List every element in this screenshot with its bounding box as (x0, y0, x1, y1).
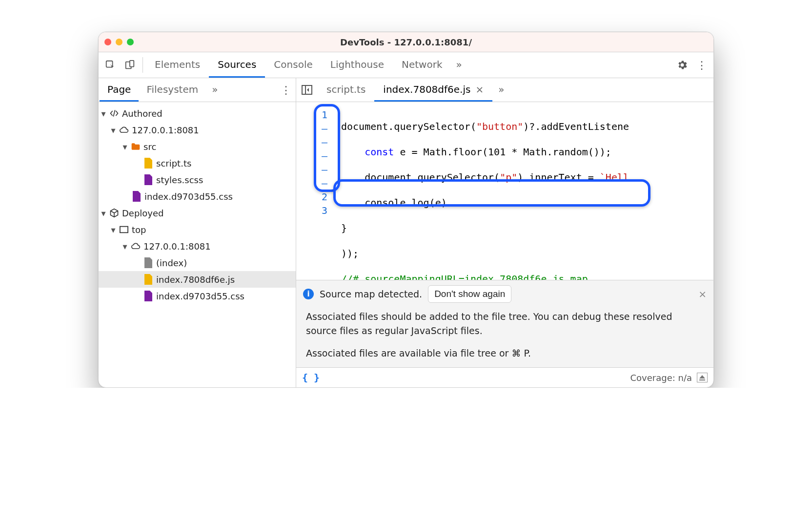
file-tab[interactable]: script.ts (318, 78, 374, 102)
tree-label: Deployed (122, 208, 164, 218)
navigator-tab-bar: Page Filesystem » ⋮ (99, 78, 296, 102)
navigator-tabs-overflow[interactable]: » (206, 78, 223, 102)
info-line: Associated files should be added to the … (306, 310, 704, 338)
tab-label: Lighthouse (330, 59, 384, 70)
gutter-line: – (296, 135, 327, 149)
tree-file[interactable]: index.d9703d55.css (99, 288, 296, 304)
tree-host[interactable]: 127.0.0.1:8081 (99, 238, 296, 254)
folder-icon (131, 142, 141, 151)
pretty-print-icon[interactable]: { } (302, 372, 320, 383)
disclosure-icon[interactable] (101, 108, 106, 119)
info-title: Source map detected. (320, 289, 422, 299)
editor-status-bar: { } Coverage: n/a (296, 367, 713, 387)
code-line: //# sourceMappingURL=index.7808df6e.js.m… (341, 272, 713, 280)
tree-label: 127.0.0.1:8081 (143, 241, 211, 252)
tree-label: src (143, 142, 156, 152)
sources-body: Page Filesystem » ⋮ Authored 127.0.0.1:8… (99, 78, 713, 387)
tab-label: Console (274, 59, 312, 70)
gutter-line: 1 (296, 108, 327, 122)
css-file-icon (143, 175, 153, 185)
css-file-icon (132, 191, 142, 201)
code-line: document.querySelector("p").innerText = … (341, 170, 713, 184)
tree-file[interactable]: (index) (99, 254, 296, 271)
dismiss-info-icon[interactable]: × (698, 288, 707, 300)
more-icon[interactable]: ⋮ (692, 52, 711, 78)
tree-file[interactable]: script.ts (99, 155, 296, 171)
code-editor[interactable]: 1 – – – – – 2 3 document.querySelector("… (296, 102, 713, 280)
tab-label: Sources (218, 59, 256, 70)
tree-top[interactable]: top (99, 221, 296, 238)
tree-label: index.7808df6e.js (156, 274, 235, 285)
tab-network[interactable]: Network (393, 52, 451, 78)
disclosure-icon[interactable] (110, 225, 116, 235)
tab-label: Filesystem (146, 84, 198, 95)
file-tabs-overflow[interactable]: » (492, 78, 510, 102)
close-tab-icon[interactable]: × (475, 84, 484, 95)
coverage-label: Coverage: n/a (630, 373, 692, 383)
tab-label: Elements (155, 59, 200, 70)
tree-group-deployed[interactable]: Deployed (99, 205, 296, 221)
window-title: DevTools - 127.0.0.1:8081/ (99, 37, 713, 47)
info-icon: i (303, 289, 314, 299)
dont-show-again-button[interactable]: Don't show again (428, 285, 511, 303)
tree-file[interactable]: index.7808df6e.js (99, 271, 296, 288)
tab-label: index.7808df6e.js (383, 84, 470, 95)
info-line: Associated files are available via file … (306, 346, 704, 360)
tab-lighthouse[interactable]: Lighthouse (322, 52, 393, 78)
tree-folder-src[interactable]: src (99, 138, 296, 155)
line-gutter[interactable]: 1 – – – – – 2 3 (296, 102, 332, 280)
gutter-line: – (296, 122, 327, 135)
settings-icon[interactable] (672, 52, 692, 78)
gutter-line: – (296, 176, 327, 190)
gutter-line: – (296, 149, 327, 163)
js-file-icon (143, 274, 153, 284)
code-line: console.log(e) (341, 196, 713, 210)
tab-label: Network (402, 59, 443, 70)
file-tab[interactable]: index.7808df6e.js × (374, 78, 492, 102)
tree-file[interactable]: index.d9703d55.css (99, 188, 296, 205)
tree-file[interactable]: styles.scss (99, 171, 296, 188)
title-bar: DevTools - 127.0.0.1:8081/ (99, 32, 713, 52)
disclosure-icon[interactable] (122, 142, 128, 152)
navigator-more-icon[interactable]: ⋮ (276, 78, 296, 102)
navigator-tab-page[interactable]: Page (100, 78, 139, 102)
device-toolbar-icon[interactable] (120, 52, 140, 78)
inspect-element-icon[interactable] (101, 52, 120, 78)
main-tabs: Elements Sources Console Lighthouse Netw… (146, 52, 467, 78)
tab-elements[interactable]: Elements (146, 52, 209, 78)
file-tree[interactable]: Authored 127.0.0.1:8081 src script.ts (99, 102, 296, 387)
tree-host[interactable]: 127.0.0.1:8081 (99, 122, 296, 138)
code-line: document.querySelector("button")?.addEve… (341, 120, 713, 133)
source-map-info-message: Associated files should be added to the … (296, 308, 713, 367)
button-label: Don't show again (434, 289, 505, 299)
code-area[interactable]: document.querySelector("button")?.addEve… (332, 102, 713, 280)
tree-label: (index) (156, 258, 187, 268)
tree-label: Authored (122, 108, 162, 119)
main-tab-bar: Elements Sources Console Lighthouse Netw… (99, 52, 713, 78)
toggle-navigator-icon[interactable] (296, 78, 318, 102)
file-tab-bar: script.ts index.7808df6e.js × » (296, 78, 713, 102)
tab-sources[interactable]: Sources (209, 52, 265, 78)
code-line: )); (341, 247, 713, 260)
devtools-window: DevTools - 127.0.0.1:8081/ Elements Sour… (98, 32, 714, 388)
tree-label: script.ts (156, 158, 191, 169)
cloud-icon (131, 241, 141, 251)
tree-group-authored[interactable]: Authored (99, 105, 296, 122)
tree-label: top (132, 225, 146, 235)
tree-label: styles.scss (156, 175, 203, 185)
tab-label: script.ts (326, 84, 365, 95)
tab-console[interactable]: Console (265, 52, 321, 78)
navigator-tab-filesystem[interactable]: Filesystem (139, 78, 206, 102)
disclosure-icon[interactable] (110, 125, 116, 135)
box-icon (109, 208, 119, 218)
code-line: } (341, 221, 713, 235)
cloud-icon (119, 125, 129, 135)
disclosure-icon[interactable] (101, 208, 106, 218)
show-drawer-icon[interactable] (697, 373, 708, 382)
editor-panel: script.ts index.7808df6e.js × » 1 – – – … (296, 78, 713, 387)
tree-label: 127.0.0.1:8081 (132, 125, 199, 135)
tabs-overflow[interactable]: » (451, 52, 467, 78)
disclosure-icon[interactable] (122, 241, 128, 252)
separator (142, 57, 143, 73)
gutter-line: – (296, 163, 327, 176)
